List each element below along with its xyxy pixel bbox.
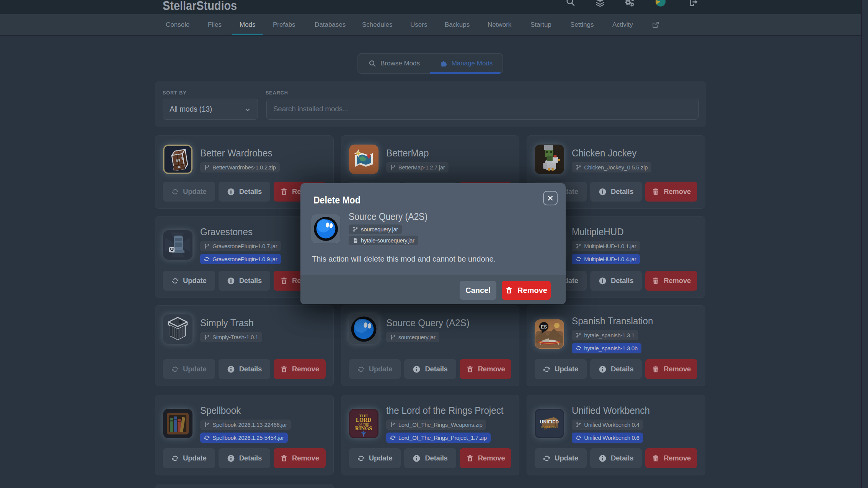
- svg-text:LORD: LORD: [356, 417, 371, 423]
- svg-text:RINGS: RINGS: [355, 426, 372, 431]
- svg-text:UNIFIED: UNIFIED: [540, 420, 559, 424]
- svg-text:ES: ES: [541, 324, 547, 330]
- svg-text:WORKBENCH: WORKBENCH: [541, 426, 558, 428]
